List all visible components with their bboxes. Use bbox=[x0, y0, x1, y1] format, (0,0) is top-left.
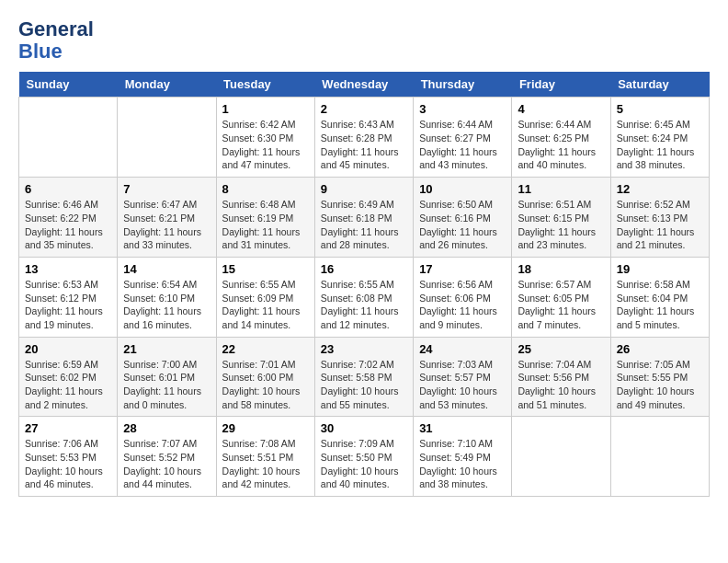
day-info: Sunrise: 6:42 AM Sunset: 6:30 PM Dayligh… bbox=[222, 118, 309, 172]
day-info: Sunrise: 7:09 AM Sunset: 5:50 PM Dayligh… bbox=[321, 437, 407, 491]
calendar-table: SundayMondayTuesdayWednesdayThursdayFrid… bbox=[18, 72, 710, 497]
calendar-cell: 18Sunrise: 6:57 AM Sunset: 6:05 PM Dayli… bbox=[512, 257, 610, 337]
calendar-cell: 20Sunrise: 6:59 AM Sunset: 6:02 PM Dayli… bbox=[19, 337, 118, 417]
day-number: 14 bbox=[123, 262, 210, 276]
calendar-week-row: 1Sunrise: 6:42 AM Sunset: 6:30 PM Daylig… bbox=[19, 98, 710, 178]
day-number: 25 bbox=[518, 342, 604, 356]
day-info: Sunrise: 6:44 AM Sunset: 6:27 PM Dayligh… bbox=[419, 118, 506, 172]
day-info: Sunrise: 6:55 AM Sunset: 6:08 PM Dayligh… bbox=[321, 278, 407, 332]
weekday-header: Friday bbox=[512, 72, 610, 98]
day-number: 8 bbox=[222, 182, 309, 196]
calendar-cell bbox=[512, 417, 610, 497]
day-number: 30 bbox=[321, 421, 407, 435]
weekday-header: Wednesday bbox=[314, 72, 413, 98]
calendar-cell: 31Sunrise: 7:10 AM Sunset: 5:49 PM Dayli… bbox=[414, 417, 512, 497]
day-number: 19 bbox=[617, 262, 703, 276]
day-info: Sunrise: 7:01 AM Sunset: 6:00 PM Dayligh… bbox=[222, 358, 309, 412]
day-number: 9 bbox=[321, 182, 407, 196]
day-info: Sunrise: 7:06 AM Sunset: 5:53 PM Dayligh… bbox=[25, 437, 111, 491]
weekday-header: Thursday bbox=[414, 72, 512, 98]
day-number: 18 bbox=[518, 262, 604, 276]
calendar-cell bbox=[118, 98, 216, 178]
calendar-cell: 29Sunrise: 7:08 AM Sunset: 5:51 PM Dayli… bbox=[216, 417, 314, 497]
calendar-cell: 25Sunrise: 7:04 AM Sunset: 5:56 PM Dayli… bbox=[512, 337, 610, 417]
day-number: 16 bbox=[321, 262, 407, 276]
calendar-cell: 3Sunrise: 6:44 AM Sunset: 6:27 PM Daylig… bbox=[414, 98, 512, 178]
day-number: 3 bbox=[419, 102, 506, 116]
day-number: 15 bbox=[222, 262, 309, 276]
day-info: Sunrise: 7:10 AM Sunset: 5:49 PM Dayligh… bbox=[419, 437, 506, 491]
day-number: 10 bbox=[419, 182, 506, 196]
day-number: 5 bbox=[617, 102, 703, 116]
day-number: 28 bbox=[123, 421, 210, 435]
day-number: 1 bbox=[222, 102, 309, 116]
day-number: 11 bbox=[518, 182, 604, 196]
logo-blue: Blue bbox=[18, 40, 94, 63]
day-number: 13 bbox=[25, 262, 111, 276]
calendar-cell: 2Sunrise: 6:43 AM Sunset: 6:28 PM Daylig… bbox=[314, 98, 413, 178]
day-info: Sunrise: 6:43 AM Sunset: 6:28 PM Dayligh… bbox=[321, 118, 407, 172]
day-number: 26 bbox=[617, 342, 703, 356]
calendar-cell: 12Sunrise: 6:52 AM Sunset: 6:13 PM Dayli… bbox=[610, 178, 709, 258]
calendar-cell: 28Sunrise: 7:07 AM Sunset: 5:52 PM Dayli… bbox=[118, 417, 216, 497]
day-number: 27 bbox=[25, 421, 111, 435]
day-info: Sunrise: 7:00 AM Sunset: 6:01 PM Dayligh… bbox=[123, 358, 210, 412]
calendar-cell: 8Sunrise: 6:48 AM Sunset: 6:19 PM Daylig… bbox=[216, 178, 314, 258]
logo: General Blue General Blue bbox=[18, 18, 94, 63]
day-info: Sunrise: 6:59 AM Sunset: 6:02 PM Dayligh… bbox=[25, 358, 111, 412]
calendar-cell: 6Sunrise: 6:46 AM Sunset: 6:22 PM Daylig… bbox=[19, 178, 118, 258]
day-info: Sunrise: 6:48 AM Sunset: 6:19 PM Dayligh… bbox=[222, 198, 309, 252]
weekday-header: Monday bbox=[118, 72, 216, 98]
day-info: Sunrise: 6:54 AM Sunset: 6:10 PM Dayligh… bbox=[123, 278, 210, 332]
calendar-cell: 17Sunrise: 6:56 AM Sunset: 6:06 PM Dayli… bbox=[414, 257, 512, 337]
day-info: Sunrise: 6:44 AM Sunset: 6:25 PM Dayligh… bbox=[518, 118, 604, 172]
calendar-cell: 24Sunrise: 7:03 AM Sunset: 5:57 PM Dayli… bbox=[414, 337, 512, 417]
day-number: 31 bbox=[419, 421, 506, 435]
day-number: 17 bbox=[419, 262, 506, 276]
day-info: Sunrise: 6:56 AM Sunset: 6:06 PM Dayligh… bbox=[419, 278, 506, 332]
day-number: 4 bbox=[518, 102, 604, 116]
calendar-cell bbox=[19, 98, 118, 178]
calendar-cell: 5Sunrise: 6:45 AM Sunset: 6:24 PM Daylig… bbox=[610, 98, 709, 178]
day-info: Sunrise: 7:04 AM Sunset: 5:56 PM Dayligh… bbox=[518, 358, 604, 412]
calendar-cell: 27Sunrise: 7:06 AM Sunset: 5:53 PM Dayli… bbox=[19, 417, 118, 497]
day-info: Sunrise: 6:58 AM Sunset: 6:04 PM Dayligh… bbox=[617, 278, 703, 332]
calendar-cell: 9Sunrise: 6:49 AM Sunset: 6:18 PM Daylig… bbox=[314, 178, 413, 258]
weekday-header: Saturday bbox=[610, 72, 709, 98]
calendar-cell: 13Sunrise: 6:53 AM Sunset: 6:12 PM Dayli… bbox=[19, 257, 118, 337]
calendar-cell bbox=[610, 417, 709, 497]
calendar-cell: 11Sunrise: 6:51 AM Sunset: 6:15 PM Dayli… bbox=[512, 178, 610, 258]
day-info: Sunrise: 6:53 AM Sunset: 6:12 PM Dayligh… bbox=[25, 278, 111, 332]
day-info: Sunrise: 7:05 AM Sunset: 5:55 PM Dayligh… bbox=[617, 358, 703, 412]
day-number: 22 bbox=[222, 342, 309, 356]
calendar-cell: 15Sunrise: 6:55 AM Sunset: 6:09 PM Dayli… bbox=[216, 257, 314, 337]
calendar-cell: 23Sunrise: 7:02 AM Sunset: 5:58 PM Dayli… bbox=[314, 337, 413, 417]
day-info: Sunrise: 6:45 AM Sunset: 6:24 PM Dayligh… bbox=[617, 118, 703, 172]
calendar-cell: 21Sunrise: 7:00 AM Sunset: 6:01 PM Dayli… bbox=[118, 337, 216, 417]
day-number: 24 bbox=[419, 342, 506, 356]
calendar-cell: 16Sunrise: 6:55 AM Sunset: 6:08 PM Dayli… bbox=[314, 257, 413, 337]
calendar-cell: 10Sunrise: 6:50 AM Sunset: 6:16 PM Dayli… bbox=[414, 178, 512, 258]
day-number: 29 bbox=[222, 421, 309, 435]
calendar-cell: 26Sunrise: 7:05 AM Sunset: 5:55 PM Dayli… bbox=[610, 337, 709, 417]
calendar-cell: 1Sunrise: 6:42 AM Sunset: 6:30 PM Daylig… bbox=[216, 98, 314, 178]
weekday-header: Sunday bbox=[19, 72, 118, 98]
day-info: Sunrise: 7:02 AM Sunset: 5:58 PM Dayligh… bbox=[321, 358, 407, 412]
day-number: 2 bbox=[321, 102, 407, 116]
day-info: Sunrise: 6:57 AM Sunset: 6:05 PM Dayligh… bbox=[518, 278, 604, 332]
weekday-header: Tuesday bbox=[216, 72, 314, 98]
day-info: Sunrise: 6:55 AM Sunset: 6:09 PM Dayligh… bbox=[222, 278, 309, 332]
day-info: Sunrise: 6:47 AM Sunset: 6:21 PM Dayligh… bbox=[123, 198, 210, 252]
day-number: 12 bbox=[617, 182, 703, 196]
calendar-cell: 4Sunrise: 6:44 AM Sunset: 6:25 PM Daylig… bbox=[512, 98, 610, 178]
day-number: 23 bbox=[321, 342, 407, 356]
calendar-cell: 19Sunrise: 6:58 AM Sunset: 6:04 PM Dayli… bbox=[610, 257, 709, 337]
logo-general: General bbox=[18, 18, 94, 40]
calendar-week-row: 6Sunrise: 6:46 AM Sunset: 6:22 PM Daylig… bbox=[19, 178, 710, 258]
day-info: Sunrise: 6:50 AM Sunset: 6:16 PM Dayligh… bbox=[419, 198, 506, 252]
day-number: 7 bbox=[123, 182, 210, 196]
day-info: Sunrise: 6:51 AM Sunset: 6:15 PM Dayligh… bbox=[518, 198, 604, 252]
page-header: General Blue General Blue bbox=[18, 18, 710, 63]
calendar-cell: 30Sunrise: 7:09 AM Sunset: 5:50 PM Dayli… bbox=[314, 417, 413, 497]
day-info: Sunrise: 6:46 AM Sunset: 6:22 PM Dayligh… bbox=[25, 198, 111, 252]
